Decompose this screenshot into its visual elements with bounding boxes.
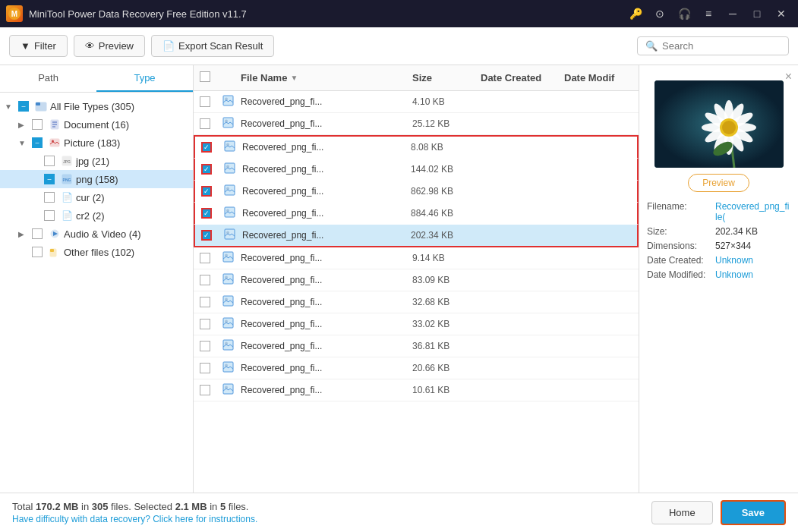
preview-image	[654, 80, 784, 168]
maximize-button[interactable]: □	[746, 3, 768, 24]
file-tree: ▼–All File Types (305)▶Document (16)▼–Pi…	[0, 93, 193, 493]
table-row[interactable]: Recovered_png_fi...25.12 KB	[194, 113, 639, 135]
tab-type[interactable]: Type	[96, 65, 193, 92]
table-row[interactable]: ✓Recovered_png_fi...144.02 KB	[194, 159, 639, 181]
file-name: Recovered_png_fi...	[241, 96, 412, 107]
svg-rect-38	[223, 318, 233, 328]
table-row[interactable]: Recovered_png_fi...9.14 KB	[194, 247, 639, 269]
filter-button[interactable]: ▼ Filter	[9, 35, 68, 57]
table-row[interactable]: ✓Recovered_png_fi...202.34 KB	[194, 225, 639, 247]
svg-text:M: M	[11, 10, 17, 18]
filter-label: Filter	[34, 40, 56, 52]
file-name: Recovered_png_fi...	[242, 142, 411, 153]
table-row[interactable]: Recovered_png_fi...4.10 KB	[194, 91, 639, 113]
table-row[interactable]: Recovered_png_fi...20.66 KB	[194, 357, 639, 379]
tree-item-cur[interactable]: 📄cur (2)	[0, 188, 193, 206]
export-button[interactable]: 📄 Export Scan Result	[151, 35, 274, 57]
table-row[interactable]: Recovered_png_fi...32.68 KB	[194, 291, 639, 313]
date-created-value: Unknown	[715, 255, 790, 266]
preview-action-button[interactable]: Preview	[688, 174, 749, 192]
svg-rect-28	[225, 207, 235, 217]
row-checkbox[interactable]	[200, 363, 210, 373]
tree-item-label: Audio & Video (4)	[64, 228, 141, 240]
tree-item-cr2[interactable]: 📄cr2 (2)	[0, 206, 193, 225]
tree-checkbox[interactable]	[44, 156, 55, 166]
table-row[interactable]: Recovered_png_fi...36.81 KB	[194, 335, 639, 357]
table-row[interactable]: Recovered_png_fi...83.09 KB	[194, 269, 639, 291]
dimensions-label: Dimensions:	[647, 241, 715, 251]
file-type-icon	[222, 273, 241, 287]
tree-item-picture[interactable]: ▼–Picture (183)	[0, 134, 193, 152]
row-checkbox[interactable]	[200, 297, 210, 307]
row-checkbox[interactable]: ✓	[201, 208, 212, 219]
tree-item-other[interactable]: Other files (102)	[0, 243, 193, 261]
row-checkbox[interactable]	[200, 385, 210, 395]
expand-icon: ▶	[18, 121, 29, 129]
tree-checkbox[interactable]	[32, 119, 43, 130]
file-size: 25.12 KB	[412, 118, 481, 129]
file-size: 83.09 KB	[412, 275, 481, 285]
tree-checkbox[interactable]: –	[18, 101, 29, 112]
tree-checkbox[interactable]	[32, 247, 43, 257]
meta-date-modified-row: Date Modified: Unknown	[647, 269, 790, 280]
title-left: M MiniTool Power Data Recovery Free Edit…	[6, 5, 247, 22]
minimize-button[interactable]: ─	[722, 3, 743, 24]
file-type-icon	[222, 251, 241, 265]
tab-path[interactable]: Path	[0, 65, 96, 92]
search-input[interactable]	[662, 40, 781, 52]
svg-rect-24	[225, 163, 235, 173]
file-table-header: File Name ▼ Size Date Created Date Modif	[194, 65, 639, 91]
row-checkbox[interactable]	[200, 96, 210, 107]
tree-checkbox[interactable]: –	[44, 174, 55, 184]
sort-arrow-icon[interactable]: ▼	[290, 74, 298, 82]
tree-checkbox[interactable]	[44, 210, 55, 221]
titlebar-headphone-icon[interactable]: 🎧	[673, 3, 695, 24]
file-type-icon	[224, 206, 242, 220]
filename-value: Recovered_png_file(	[715, 201, 790, 222]
row-checkbox[interactable]: ✓	[201, 186, 212, 197]
titlebar-circle-icon[interactable]: ⊙	[649, 3, 670, 24]
file-name: Recovered_png_fi...	[241, 253, 412, 263]
row-checkbox[interactable]	[200, 253, 210, 263]
tree-checkbox[interactable]: –	[32, 137, 43, 148]
header-checkbox[interactable]	[200, 71, 210, 82]
preview-toolbar-button[interactable]: 👁 Preview	[74, 35, 145, 57]
row-checkbox[interactable]: ✓	[201, 164, 212, 175]
tree-checkbox[interactable]	[32, 228, 43, 239]
svg-rect-40	[223, 340, 233, 350]
tab-bar: Path Type	[0, 65, 193, 93]
svg-rect-30	[225, 229, 235, 239]
table-row[interactable]: ✓Recovered_png_fi...862.98 KB	[194, 181, 639, 203]
close-button[interactable]: ✕	[771, 3, 792, 24]
table-row[interactable]: Recovered_png_fi...10.61 KB	[194, 379, 639, 401]
tree-item-audiovideo[interactable]: ▶Audio & Video (4)	[0, 225, 193, 243]
other-files-icon	[49, 246, 61, 258]
titlebar-key-icon[interactable]: 🔑	[625, 3, 646, 24]
file-type-icon	[222, 295, 241, 309]
tree-item-jpg[interactable]: JPGjpg (21)	[0, 152, 193, 170]
row-checkbox[interactable]	[200, 341, 210, 351]
titlebar-menu-icon[interactable]: ≡	[698, 3, 719, 24]
row-checkbox[interactable]: ✓	[201, 142, 212, 153]
row-checkbox[interactable]	[200, 118, 210, 129]
tree-item-all[interactable]: ▼–All File Types (305)	[0, 97, 193, 115]
home-button[interactable]: Home	[651, 501, 713, 524]
tree-item-doc[interactable]: ▶Document (16)	[0, 115, 193, 134]
close-preview-button[interactable]: ×	[785, 70, 792, 83]
help-link[interactable]: Have difficulty with data recovery? Clic…	[12, 514, 257, 524]
search-box[interactable]: 🔍	[637, 36, 789, 55]
save-button[interactable]: Save	[721, 500, 786, 525]
row-checkbox[interactable]: ✓	[201, 230, 212, 241]
tree-checkbox[interactable]	[44, 192, 55, 203]
file-table-body: Recovered_png_fi...4.10 KBRecovered_png_…	[194, 91, 639, 493]
table-row[interactable]: Recovered_png_fi...33.02 KB	[194, 313, 639, 335]
table-row[interactable]: ✓Recovered_png_fi...884.46 KB	[194, 203, 639, 225]
col-created-label: Date Created	[481, 72, 564, 83]
row-checkbox[interactable]	[200, 319, 210, 329]
table-row[interactable]: ✓Recovered_png_fi...8.08 KB	[194, 135, 639, 159]
row-checkbox[interactable]	[200, 275, 210, 285]
file-type-icon	[222, 95, 241, 109]
status-info: Total 170.2 MB in 305 files. Selected 2.…	[12, 501, 257, 524]
expand-icon: ▼	[5, 102, 15, 111]
tree-item-png[interactable]: –PNGpng (158)	[0, 170, 193, 188]
